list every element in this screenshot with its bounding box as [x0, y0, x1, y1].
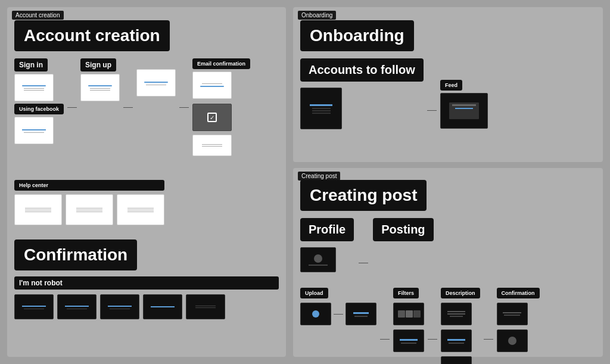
posting-label: Posting [373, 218, 433, 241]
onboarding-panel: Onboarding Onboarding Accounts to follow [293, 7, 603, 162]
accounts-to-follow-label: Accounts to follow [300, 58, 424, 82]
feed-label: Feed [440, 80, 462, 91]
feed-screen[interactable] [440, 93, 488, 129]
filters-label: Filters [393, 288, 419, 298]
creating-post-title: Creating post [300, 180, 427, 211]
onboarding-tag: Onboarding [298, 11, 336, 20]
upload-screen-2[interactable] [346, 303, 376, 325]
email-screen-1[interactable] [192, 71, 232, 99]
confirm-screen-3[interactable] [100, 294, 139, 319]
posting-tree: Upload [300, 288, 540, 364]
sign-up-screen-2[interactable] [136, 69, 176, 97]
conn-c [428, 339, 437, 340]
email-screen-3[interactable] [192, 135, 232, 156]
creating-post-panel: Creating post Creating post Profile [293, 168, 603, 357]
sign-in-screen-1[interactable] [14, 74, 54, 101]
filters-screen-2[interactable] [393, 329, 424, 352]
sign-in-label: Sign in [14, 58, 48, 71]
filters-screen-1[interactable] [393, 303, 424, 325]
profile-screen[interactable] [300, 247, 336, 272]
accounts-screen-1[interactable] [300, 88, 342, 129]
connector-1 [67, 107, 77, 108]
sign-up-group: Sign up [80, 58, 120, 101]
sign-in-screen-2[interactable] [14, 117, 54, 144]
accounts-to-follow-group: Accounts to follow [300, 58, 424, 129]
connector-4 [427, 110, 437, 111]
help-screen-1[interactable] [14, 194, 62, 225]
help-screen-2[interactable] [66, 194, 113, 225]
connector-2 [123, 107, 133, 108]
onboarding-flows: Accounts to follow [300, 58, 488, 129]
account-creation-section: Account creation Sign in Using facebook [14, 20, 279, 161]
confirmation-screens [14, 294, 279, 319]
feed-group: Feed [440, 80, 488, 129]
confirmation-section: Confirmation I'm not robot [14, 239, 279, 319]
left-panel: Account creation Account creation Sign i… [7, 7, 286, 357]
description-screen-3[interactable] [441, 356, 472, 364]
sign-up-label: Sign up [80, 58, 116, 71]
help-screens [14, 194, 164, 225]
description-screen-1[interactable] [441, 303, 472, 325]
creating-post-content: Creating post Profile [300, 180, 596, 364]
profile-label: Profile [300, 218, 354, 241]
accounts-screens [300, 88, 342, 129]
profile-group: Profile [300, 218, 354, 272]
left-panel-tag: Account creation [12, 11, 64, 20]
connector-3 [179, 107, 189, 108]
email-confirm-group: Email confirmation ✓ [192, 58, 250, 156]
confirmation-title: Confirmation [14, 239, 137, 270]
account-creation-title: Account creation [14, 20, 170, 51]
confirm-screen-4[interactable] [143, 294, 182, 319]
filters-group: Filters [393, 288, 424, 352]
using-facebook-label: Using facebook [14, 104, 64, 114]
email-screen-2[interactable]: ✓ [192, 104, 232, 131]
conn-a [334, 314, 343, 315]
description-screen-2[interactable] [441, 329, 472, 352]
posting-group: Posting [373, 218, 433, 241]
confirm-screen-2[interactable] [57, 294, 97, 319]
upload-group: Upload [300, 288, 376, 325]
post-confirmation-label: Confirmation [497, 288, 540, 298]
help-screen-3[interactable] [117, 194, 164, 225]
upload-row: Upload [300, 288, 540, 364]
confirm-screen-1[interactable] [14, 294, 54, 319]
main-container: Account creation Account creation Sign i… [0, 0, 610, 364]
help-center-section: Help center [14, 180, 164, 225]
confirm-screen-5[interactable] [186, 294, 225, 319]
onboarding-title: Onboarding [300, 20, 414, 51]
sign-up-screen-1[interactable] [80, 74, 120, 101]
description-label: Description [441, 288, 480, 298]
conn-b [380, 339, 390, 340]
conn-d [484, 339, 493, 340]
not-robot-label: I'm not robot [14, 276, 279, 290]
upload-screen-1[interactable] [300, 303, 331, 325]
upload-label: Upload [300, 288, 328, 298]
upload-screens [300, 303, 376, 325]
post-confirmation-group: Confirmation [497, 288, 540, 352]
connector-5 [359, 263, 368, 263]
sign-up-screen2-group [136, 69, 176, 97]
sign-in-group: Sign in Using facebook [14, 58, 64, 144]
right-column: Onboarding Onboarding Accounts to follow [293, 7, 603, 357]
post-confirm-screen-1[interactable] [497, 303, 528, 325]
post-confirm-screen-2[interactable] [497, 329, 528, 352]
creating-post-tag: Creating post [298, 172, 340, 181]
description-group: Description [441, 288, 480, 364]
posting-flow: Profile Postin [300, 218, 596, 364]
onboarding-content: Onboarding Accounts to follow [300, 20, 488, 129]
help-center-label: Help center [14, 180, 164, 191]
email-confirm-label: Email confirmation [192, 58, 250, 69]
